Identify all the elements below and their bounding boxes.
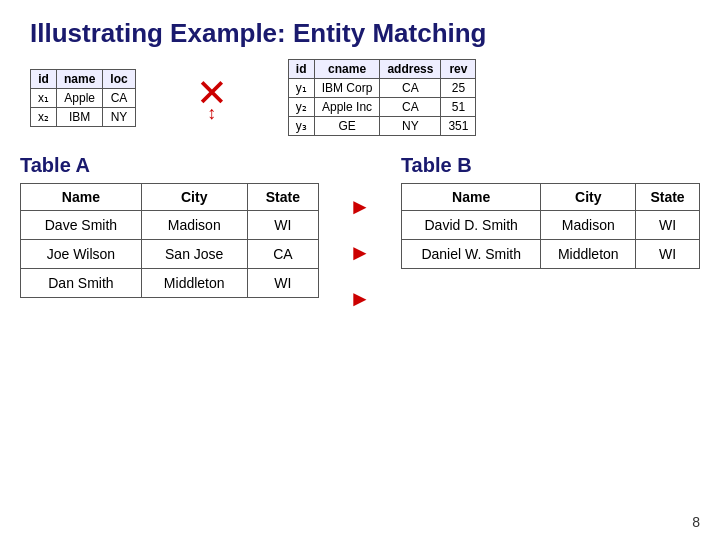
col-name-b: Name — [401, 184, 541, 211]
small-tb-col-cname: cname — [314, 60, 380, 79]
table-a-label: Table A — [20, 154, 319, 177]
table-b-label: Table B — [401, 154, 700, 177]
small-tb-col-address: address — [380, 60, 441, 79]
small-table-a: id name loc x₁ Apple CA x₂ IBM NY — [30, 69, 136, 127]
cross-arrow-icon: ✕↕ — [196, 74, 228, 122]
table-row: y₃ GE NY 351 — [288, 117, 476, 136]
table-b-block: Table B Name City State David D. Smith M… — [401, 154, 700, 312]
page-title: Illustrating Example: Entity Matching — [0, 0, 720, 59]
table-row: y₂ Apple Inc CA 51 — [288, 98, 476, 117]
table-row: y₁ IBM Corp CA 25 — [288, 79, 476, 98]
table-row: Joe Wilson San Jose CA — [21, 240, 319, 269]
table-b: Name City State David D. Smith Madison W… — [401, 183, 700, 269]
table-row: Daniel W. Smith Middleton WI — [401, 240, 699, 269]
small-tb-col-id: id — [288, 60, 314, 79]
table-row: x₂ IBM NY — [31, 107, 136, 126]
small-table-b: id cname address rev y₁ IBM Corp CA 25 y… — [288, 59, 477, 136]
col-city-b: City — [541, 184, 636, 211]
table-row: x₁ Apple CA — [31, 88, 136, 107]
small-tables: id name loc x₁ Apple CA x₂ IBM NY ✕↕ — [30, 59, 476, 136]
small-ta-col-name: name — [57, 69, 103, 88]
small-tb-col-rev: rev — [441, 60, 476, 79]
top-section: id name loc x₁ Apple CA x₂ IBM NY ✕↕ — [0, 59, 720, 136]
bottom-section: Table A Name City State Dave Smith Madis… — [0, 154, 720, 312]
table-row: David D. Smith Madison WI — [401, 211, 699, 240]
col-city-a: City — [141, 184, 247, 211]
table-a: Name City State Dave Smith Madison WI Jo… — [20, 183, 319, 298]
arrow-icon-3: ► — [349, 286, 371, 312]
table-row: Dave Smith Madison WI — [21, 211, 319, 240]
small-ta-col-id: id — [31, 69, 57, 88]
small-ta-col-loc: loc — [103, 69, 135, 88]
col-state-b: State — [636, 184, 700, 211]
table-row: Dan Smith Middleton WI — [21, 269, 319, 298]
page-number: 8 — [692, 514, 700, 530]
matching-arrows: ► ► ► — [349, 154, 371, 312]
col-state-a: State — [247, 184, 319, 211]
arrow-icon-2: ► — [349, 240, 371, 266]
table-a-block: Table A Name City State Dave Smith Madis… — [20, 154, 319, 312]
col-name-a: Name — [21, 184, 142, 211]
arrow-icon-1: ► — [349, 194, 371, 220]
